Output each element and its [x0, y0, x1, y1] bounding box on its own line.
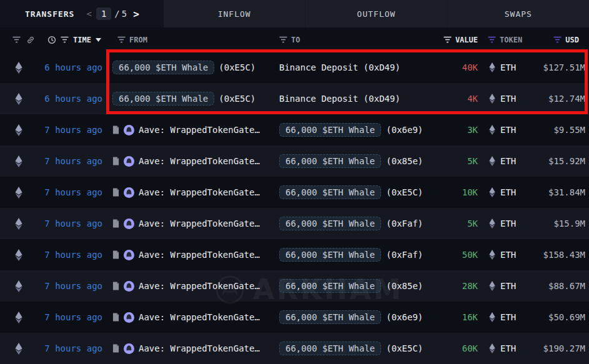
token-filter-icon[interactable]	[488, 36, 496, 43]
next-page-button[interactable]: >	[129, 8, 143, 20]
value-amount: 50K	[450, 250, 478, 260]
token-symbol[interactable]: ETH	[500, 219, 516, 229]
from-entity-pill[interactable]: 66,000 $ETH Whale	[112, 92, 214, 106]
contract-doc-icon	[112, 250, 119, 259]
usd-value: $88.67M	[525, 281, 589, 291]
time-link[interactable]: 7 hours ago	[37, 343, 106, 353]
table-row[interactable]: 7 hours agoAave: WrappedTokenGate…66,000…	[0, 145, 589, 177]
aave-icon	[124, 219, 134, 229]
to-address: (0xFaf)	[386, 250, 423, 260]
value-column-header[interactable]: VALUE	[455, 36, 478, 44]
eth-token-icon	[489, 94, 495, 104]
to-column-header[interactable]: TO	[291, 36, 300, 44]
token-symbol[interactable]: ETH	[500, 62, 516, 72]
from-entity-link[interactable]: Aave: WrappedTokenGate…	[139, 312, 260, 322]
from-address: (0xE5C)	[219, 94, 255, 104]
table-row[interactable]: 7 hours agoAave: WrappedTokenGate…66,000…	[0, 114, 589, 145]
value-filter-icon[interactable]	[443, 36, 452, 43]
token-column-header[interactable]: TOKEN	[500, 36, 522, 44]
contract-doc-icon	[112, 344, 119, 353]
from-entity-link[interactable]: Aave: WrappedTokenGate…	[139, 125, 260, 135]
aave-icon	[124, 125, 134, 135]
eth-chain-icon	[0, 280, 37, 292]
table-row[interactable]: 6 hours ago66,000 $ETH Whale(0xE5C)Binan…	[0, 52, 589, 83]
link-icon[interactable]	[26, 36, 35, 44]
time-column-header[interactable]: TIME	[73, 36, 91, 44]
table-row[interactable]: 7 hours agoAave: WrappedTokenGate…66,000…	[0, 333, 589, 364]
token-cell: ETH	[478, 187, 525, 197]
from-entity-link[interactable]: Aave: WrappedTokenGate…	[139, 156, 260, 166]
to-entity-pill[interactable]: 66,000 $ETH Whale	[279, 342, 381, 355]
to-address: (0x85e)	[386, 156, 423, 166]
time-link[interactable]: 7 hours ago	[37, 156, 106, 166]
table-row[interactable]: 7 hours agoAave: WrappedTokenGate…66,000…	[0, 177, 589, 208]
table-row[interactable]: 7 hours agoAave: WrappedTokenGate…66,000…	[0, 270, 589, 302]
page-separator: /	[114, 9, 119, 19]
token-cell: ETH	[478, 281, 525, 291]
contract-doc-icon	[112, 219, 119, 228]
from-entity-link[interactable]: Aave: WrappedTokenGate…	[139, 343, 260, 353]
token-cell: ETH	[478, 312, 525, 322]
to-entity-pill[interactable]: 66,000 $ETH Whale	[279, 154, 381, 168]
table-header: TIME FROM TO VALUE TOKEN USD	[0, 27, 589, 52]
from-filter-icon[interactable]	[117, 36, 126, 43]
token-symbol[interactable]: ETH	[500, 187, 516, 197]
token-symbol[interactable]: ETH	[500, 312, 516, 322]
time-link[interactable]: 7 hours ago	[37, 125, 106, 135]
table-row[interactable]: 7 hours agoAave: WrappedTokenGate…66,000…	[0, 239, 589, 270]
token-symbol[interactable]: ETH	[500, 156, 516, 166]
to-entity-link[interactable]: Binance Deposit (0xD49)	[279, 94, 400, 104]
time-link[interactable]: 6 hours ago	[37, 94, 106, 104]
usd-filter-icon[interactable]	[553, 36, 562, 43]
tab-inflow[interactable]: INFLOW	[164, 0, 305, 27]
tab-outflow[interactable]: OUTFLOW	[305, 0, 447, 27]
to-entity-pill[interactable]: 66,000 $ETH Whale	[279, 310, 381, 324]
token-symbol[interactable]: ETH	[500, 343, 516, 353]
from-entity-link[interactable]: Aave: WrappedTokenGate…	[139, 219, 260, 229]
token-cell: ETH	[478, 125, 525, 135]
from-column-header[interactable]: FROM	[129, 36, 147, 44]
to-cell: Binance Deposit (0xD49)	[278, 62, 450, 72]
from-cell: 66,000 $ETH Whale(0xE5C)	[106, 61, 278, 74]
token-symbol[interactable]: ETH	[500, 250, 516, 260]
from-entity-link[interactable]: Aave: WrappedTokenGate…	[139, 187, 260, 197]
clock-icon[interactable]	[47, 36, 56, 44]
from-entity-link[interactable]: Aave: WrappedTokenGate…	[139, 250, 260, 260]
from-cell: Aave: WrappedTokenGate…	[106, 125, 278, 135]
to-filter-icon[interactable]	[279, 36, 287, 43]
usd-value: $31.84M	[525, 187, 589, 197]
to-entity-pill[interactable]: 66,000 $ETH Whale	[279, 185, 381, 199]
token-cell: ETH	[478, 343, 525, 353]
time-link[interactable]: 7 hours ago	[37, 312, 106, 322]
to-entity-pill[interactable]: 66,000 $ETH Whale	[279, 217, 381, 230]
value-amount: 10K	[450, 187, 478, 197]
prev-page-button[interactable]: <	[83, 9, 94, 19]
chevron-down-icon[interactable]	[96, 38, 101, 42]
time-link[interactable]: 6 hours ago	[37, 62, 106, 72]
table-row[interactable]: 7 hours agoAave: WrappedTokenGate…66,000…	[0, 302, 589, 333]
token-cell: ETH	[478, 62, 525, 72]
time-filter-icon[interactable]	[61, 36, 69, 43]
from-entity-pill[interactable]: 66,000 $ETH Whale	[112, 61, 214, 74]
usd-column-header[interactable]: USD	[565, 36, 579, 44]
token-symbol[interactable]: ETH	[500, 281, 516, 291]
filter-icon[interactable]	[12, 36, 21, 43]
from-entity-link[interactable]: Aave: WrappedTokenGate…	[139, 281, 260, 291]
to-address: (0x6e9)	[386, 312, 423, 322]
eth-chain-icon	[0, 62, 37, 74]
table-row[interactable]: 6 hours ago66,000 $ETH Whale(0xE5C)Binan…	[0, 83, 589, 114]
token-symbol[interactable]: ETH	[500, 94, 516, 104]
eth-chain-icon	[0, 249, 37, 261]
time-link[interactable]: 7 hours ago	[37, 250, 106, 260]
to-entity-pill[interactable]: 66,000 $ETH Whale	[279, 123, 381, 137]
token-symbol[interactable]: ETH	[500, 125, 516, 135]
to-entity-pill[interactable]: 66,000 $ETH Whale	[279, 248, 381, 262]
time-link[interactable]: 7 hours ago	[37, 187, 106, 197]
to-entity-link[interactable]: Binance Deposit (0xD49)	[279, 62, 400, 72]
time-link[interactable]: 7 hours ago	[37, 219, 106, 229]
time-link[interactable]: 7 hours ago	[37, 281, 106, 291]
from-cell: Aave: WrappedTokenGate…	[106, 281, 278, 292]
to-entity-pill[interactable]: 66,000 $ETH Whale	[279, 279, 381, 293]
table-row[interactable]: 7 hours agoAave: WrappedTokenGate…66,000…	[0, 208, 589, 239]
tab-swaps[interactable]: SWAPS	[447, 0, 589, 27]
